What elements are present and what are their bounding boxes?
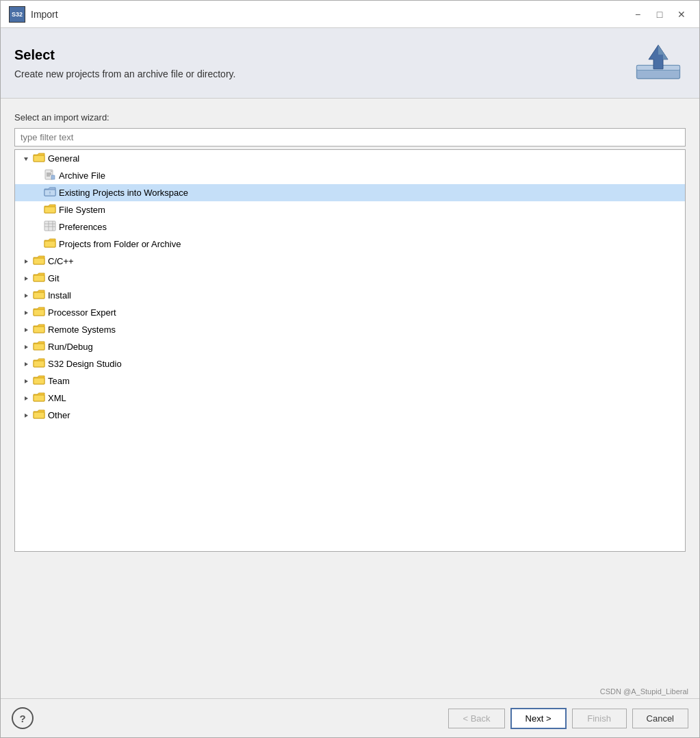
svg-rect-40 bbox=[34, 412, 44, 418]
item-label-run-debug: Run/Debug bbox=[48, 342, 93, 352]
footer-right: < Back Next > Finish Cancel bbox=[448, 708, 688, 729]
svg-rect-20 bbox=[44, 241, 55, 247]
back-button[interactable]: < Back bbox=[448, 709, 504, 728]
tree-item-processor-expert[interactable]: Processor Expert bbox=[15, 304, 685, 321]
page-heading: Select bbox=[14, 47, 235, 63]
import-dialog: S32 Import − □ ✕ Select Create new proje… bbox=[0, 0, 700, 738]
item-label-install: Install bbox=[48, 290, 71, 301]
folder-icon-archive-file bbox=[44, 169, 59, 182]
toggle-icon-cpp[interactable] bbox=[21, 256, 31, 267]
svg-marker-31 bbox=[25, 345, 28, 349]
folder-icon-git bbox=[33, 272, 48, 285]
import-icon bbox=[634, 42, 682, 84]
folder-icon-existing-projects: ↑ bbox=[44, 186, 59, 199]
item-label-s32-design-studio: S32 Design Studio bbox=[48, 359, 122, 369]
svg-rect-22 bbox=[34, 258, 44, 264]
item-label-git: Git bbox=[48, 273, 60, 283]
svg-marker-4 bbox=[24, 157, 28, 161]
item-label-xml: XML bbox=[48, 393, 66, 403]
content-area: Select an import wizard: General Archive… bbox=[1, 99, 699, 686]
folder-icon-cpp bbox=[33, 255, 48, 268]
folder-icon-team bbox=[33, 374, 48, 387]
tree-item-install[interactable]: Install bbox=[15, 287, 685, 304]
item-label-preferences: Preferences bbox=[59, 222, 107, 232]
tree-item-git[interactable]: Git bbox=[15, 270, 685, 287]
minimize-button[interactable]: − bbox=[628, 6, 647, 23]
toggle-icon-install[interactable] bbox=[21, 290, 31, 301]
folder-icon-other bbox=[33, 409, 48, 422]
toggle-icon-xml[interactable] bbox=[21, 393, 31, 404]
toggle-icon-projects-from-folder bbox=[31, 239, 42, 250]
tree-item-preferences[interactable]: Preferences bbox=[15, 218, 685, 236]
toggle-icon-existing-projects bbox=[31, 188, 42, 199]
item-label-archive-file: Archive File bbox=[59, 170, 105, 181]
toggle-icon-team[interactable] bbox=[21, 376, 31, 387]
tree-item-team[interactable]: Team bbox=[15, 372, 685, 390]
toggle-icon-file-system bbox=[31, 205, 42, 216]
toggle-icon-preferences bbox=[31, 222, 42, 233]
toggle-icon-run-debug[interactable] bbox=[21, 342, 31, 353]
folder-icon-remote-systems bbox=[33, 323, 48, 336]
title-bar: S32 Import − □ ✕ bbox=[1, 1, 699, 28]
item-label-file-system: File System bbox=[59, 205, 105, 215]
folder-icon-general bbox=[33, 152, 48, 165]
folder-icon-preferences bbox=[44, 220, 59, 233]
svg-rect-26 bbox=[34, 292, 44, 298]
svg-marker-39 bbox=[25, 413, 28, 418]
tree-item-xml[interactable]: XML bbox=[15, 390, 685, 407]
item-label-team: Team bbox=[48, 376, 70, 386]
tree-item-s32-design-studio[interactable]: S32 Design Studio bbox=[15, 355, 685, 372]
svg-rect-5 bbox=[34, 155, 44, 162]
folder-icon-install bbox=[33, 289, 48, 302]
svg-marker-37 bbox=[25, 396, 28, 400]
wizard-label: Select an import wizard: bbox=[14, 112, 686, 123]
folder-icon-processor-expert bbox=[33, 306, 48, 319]
maximize-button[interactable]: □ bbox=[650, 6, 669, 23]
footer-area: ? < Back Next > Finish Cancel bbox=[1, 698, 699, 737]
svg-marker-29 bbox=[25, 328, 28, 332]
window-title: Import bbox=[31, 9, 58, 20]
tree-item-archive-file[interactable]: Archive File bbox=[15, 167, 685, 184]
finish-button[interactable]: Finish bbox=[572, 709, 627, 728]
folder-icon-s32-design-studio bbox=[33, 357, 48, 370]
next-button[interactable]: Next > bbox=[510, 708, 567, 729]
svg-rect-24 bbox=[34, 275, 44, 281]
svg-marker-25 bbox=[25, 294, 28, 298]
svg-rect-15 bbox=[44, 221, 55, 231]
page-description: Create new projects from an archive file… bbox=[14, 68, 235, 79]
tree-item-run-debug[interactable]: Run/Debug bbox=[15, 338, 685, 355]
svg-text:↑: ↑ bbox=[49, 190, 51, 195]
toggle-icon-other[interactable] bbox=[21, 410, 31, 421]
svg-rect-30 bbox=[34, 327, 44, 333]
cancel-button[interactable]: Cancel bbox=[632, 709, 688, 728]
header-area: Select Create new projects from an archi… bbox=[1, 28, 699, 99]
close-button[interactable]: ✕ bbox=[672, 6, 691, 23]
help-button[interactable]: ? bbox=[12, 707, 34, 729]
tree-item-other[interactable]: Other bbox=[15, 407, 685, 424]
tree-item-file-system[interactable]: File System bbox=[15, 201, 685, 218]
title-bar-controls: − □ ✕ bbox=[628, 6, 691, 23]
filter-input[interactable] bbox=[14, 128, 686, 147]
toggle-icon-processor-expert[interactable] bbox=[21, 307, 31, 318]
tree-item-projects-from-folder[interactable]: Projects from Folder or Archive bbox=[15, 236, 685, 253]
folder-icon-projects-from-folder bbox=[44, 238, 59, 251]
tree-root: General Archive File ↑ Existing Projects… bbox=[15, 150, 685, 424]
tree-item-cpp[interactable]: C/C++ bbox=[15, 253, 685, 270]
title-bar-left: S32 Import bbox=[9, 6, 58, 23]
svg-rect-14 bbox=[44, 207, 55, 213]
watermark: CSDN @A_Stupid_Liberal bbox=[1, 686, 699, 698]
tree-item-remote-systems[interactable]: Remote Systems bbox=[15, 321, 685, 338]
item-label-projects-from-folder: Projects from Folder or Archive bbox=[59, 239, 181, 249]
toggle-icon-general[interactable] bbox=[21, 153, 31, 164]
toggle-icon-remote-systems[interactable] bbox=[21, 325, 31, 335]
tree-item-existing-projects[interactable]: ↑ Existing Projects into Workspace bbox=[15, 184, 685, 201]
svg-rect-11 bbox=[51, 175, 55, 179]
header-icon-area bbox=[631, 39, 686, 87]
tree-container[interactable]: General Archive File ↑ Existing Projects… bbox=[14, 149, 686, 552]
tree-item-general[interactable]: General bbox=[15, 150, 685, 167]
svg-marker-21 bbox=[25, 259, 28, 264]
toggle-icon-s32-design-studio[interactable] bbox=[21, 359, 31, 370]
folder-icon-xml bbox=[33, 392, 48, 405]
toggle-icon-git[interactable] bbox=[21, 273, 31, 284]
svg-marker-27 bbox=[25, 311, 28, 315]
